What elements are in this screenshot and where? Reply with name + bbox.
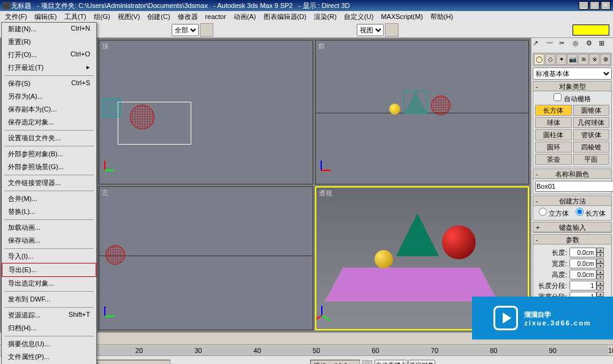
cp-icon[interactable]: 〰 (546, 39, 559, 51)
rollout-header[interactable]: -参数 (533, 235, 611, 245)
menu-U[interactable]: 自定义(U) (340, 11, 377, 23)
command-panel: ↗ 〰 ✂ ◎ ⚙ ⊞ ◯ ◇ ✦ 📷 ≋ ※ ⊕ 标准基本体 -对象类型 自动… (531, 38, 613, 332)
menu-item[interactable]: 发布到 DWF... (2, 293, 96, 306)
menu-item[interactable]: 保存副本为(C)... (2, 103, 96, 116)
object-name-input[interactable] (535, 181, 613, 192)
cp-icon[interactable]: ✂ (559, 39, 572, 51)
primitive-四棱锥[interactable]: 四棱锥 (573, 142, 610, 153)
menu-item[interactable]: 设置项目文件夹... (2, 132, 96, 145)
file-menu-dropdown: 新建(N)...Ctrl+N重置(R)打开(O)...Ctrl+O打开最近(T)… (1, 22, 97, 364)
menu-item[interactable]: 外部参照场景(G)... (2, 161, 96, 173)
menu-item[interactable]: 打开(O)...Ctrl+O (2, 48, 96, 61)
menu-reactor[interactable]: reactor (202, 12, 230, 21)
menu-item[interactable]: 导出选定对象... (2, 277, 96, 290)
viewport-label: 顶 (102, 42, 109, 51)
menu-G[interactable]: 组(G) (90, 11, 114, 23)
toolbar-button[interactable] (385, 23, 398, 37)
menu-item[interactable]: 合并(M)... (2, 192, 96, 205)
menu-item[interactable]: 替换(L)... (2, 205, 96, 218)
param-lseg[interactable] (569, 281, 596, 290)
viewport-label: 透视 (319, 189, 332, 198)
primitive-category-select[interactable]: 标准基本体 (533, 67, 612, 80)
menu-C[interactable]: 创建(C) (143, 11, 173, 23)
menu-item[interactable]: 保存选定对象... (2, 116, 96, 129)
primitive-几何球体[interactable]: 几何球体 (573, 117, 610, 128)
toolbar-button[interactable] (200, 23, 213, 37)
tab-shapes[interactable]: ◇ (545, 54, 555, 65)
primitive-管状体[interactable]: 管状体 (573, 129, 610, 140)
title-text: 无标题 - 项目文件夹: C:\Users\Administrator\Docu… (11, 1, 350, 10)
cp-icon[interactable]: ⚙ (586, 39, 599, 51)
timeline-ruler[interactable]: 0102030405060708090100 (17, 346, 608, 355)
menu-F[interactable]: 文件(F) (1, 11, 31, 23)
menu-item[interactable]: 归档(H)... (2, 322, 96, 335)
viewport-top[interactable]: 顶 (99, 40, 313, 184)
rollout-object-type: -对象类型 自动栅格 长方体圆锥体球体几何球体圆柱体管状体圆环四棱锥茶壶平面 (533, 81, 612, 167)
maximize-button[interactable]: □ (590, 1, 600, 10)
menu-item[interactable]: 保存(S)Ctrl+S (2, 77, 96, 90)
viewport-grid: 顶 前 左 (97, 38, 531, 332)
tab-cameras[interactable]: 📷 (567, 54, 577, 65)
param-height[interactable] (569, 270, 596, 279)
minimize-button[interactable]: _ (579, 1, 588, 10)
viewport-left[interactable]: 左 (99, 186, 313, 331)
cp-icon[interactable]: ◎ (573, 39, 585, 51)
menu-H[interactable]: 帮助(H) (427, 11, 457, 23)
rollout-header[interactable]: -创建方法 (533, 196, 611, 206)
param-length[interactable] (569, 248, 596, 257)
primitive-平面[interactable]: 平面 (573, 154, 610, 165)
menu-item[interactable]: 导入(I)... (2, 250, 96, 263)
primitive-长方体[interactable]: 长方体 (535, 105, 572, 116)
menu-item[interactable]: 文件属性(P)... (2, 351, 96, 363)
menu-R[interactable]: 渲染(R) (310, 11, 340, 23)
menu-item[interactable]: 文件链接管理器... (2, 176, 96, 189)
primitive-圆锥体[interactable]: 圆锥体 (573, 105, 610, 116)
primitive-圆柱体[interactable]: 圆柱体 (535, 129, 572, 140)
menu-E[interactable]: 编辑(E) (31, 11, 61, 23)
cp-icon[interactable]: ⊞ (599, 39, 612, 51)
tab-helpers[interactable]: ≋ (578, 54, 588, 65)
primitive-球体[interactable]: 球体 (535, 117, 572, 128)
lock-icon[interactable]: 🔒 (362, 360, 372, 365)
rollout-header[interactable]: -对象类型 (533, 82, 611, 91)
selected-key-button[interactable]: 选定对象 (408, 360, 435, 364)
menu-item[interactable]: 外部参照对象(B)... (2, 148, 96, 161)
menu-item[interactable]: 打开最近(T)▸ (2, 61, 96, 74)
tab-systems[interactable]: ⊕ (600, 54, 611, 65)
primitive-buttons: 长方体圆锥体球体几何球体圆柱体管状体圆环四棱锥茶壶平面 (535, 105, 609, 165)
menu-item[interactable]: 保存动画... (2, 234, 96, 247)
tab-spacewarps[interactable]: ※ (589, 54, 600, 65)
material-color-swatch[interactable] (573, 25, 609, 36)
tab-geometry[interactable]: ◯ (534, 54, 544, 65)
radio-cube[interactable]: 立方体 (539, 208, 569, 218)
ref-coord-select[interactable]: 视图 (357, 24, 384, 36)
menu-D[interactable]: 图表编辑器(D) (260, 11, 310, 23)
menu-item[interactable]: 重置(R) (2, 36, 96, 48)
menu-item[interactable]: 资源追踪...Shift+T (2, 309, 96, 322)
menu-MAXScriptM[interactable]: MAXScript(M) (377, 12, 426, 21)
radio-box[interactable]: 长方体 (576, 208, 606, 218)
tab-lights[interactable]: ✦ (556, 54, 566, 65)
rollout-header[interactable]: +键盘输入 (533, 222, 611, 232)
axis-gizmo (104, 306, 123, 325)
menu-item[interactable]: 加载动画... (2, 221, 96, 234)
param-width[interactable] (569, 259, 596, 268)
menu-[interactable]: 修改器 (174, 11, 202, 23)
autogrid-checkbox[interactable]: 自动栅格 (535, 93, 609, 104)
rollout-header[interactable]: -名称和颜色 (533, 169, 611, 179)
selection-filter-select[interactable]: 全部 (172, 24, 199, 36)
primitive-茶壶[interactable]: 茶壶 (535, 154, 572, 165)
close-button[interactable]: × (601, 1, 611, 10)
menu-item[interactable]: 导出(E)... (2, 263, 96, 277)
menu-item[interactable]: 另存为(A)... (2, 90, 96, 103)
menu-item[interactable]: 新建(N)...Ctrl+N (2, 23, 96, 36)
cp-icon[interactable]: ↗ (533, 39, 546, 51)
menu-A[interactable]: 动画(A) (230, 11, 260, 23)
auto-key-button[interactable]: 自动关键点 (375, 360, 408, 364)
menu-T[interactable]: 工具(T) (61, 11, 90, 23)
menu-item[interactable]: 摘要信息(U)... (2, 338, 96, 351)
sphere-wireframe (105, 245, 125, 265)
viewport-front[interactable]: 前 (315, 40, 530, 184)
menu-V[interactable]: 视图(V) (114, 11, 144, 23)
primitive-圆环[interactable]: 圆环 (535, 142, 572, 153)
